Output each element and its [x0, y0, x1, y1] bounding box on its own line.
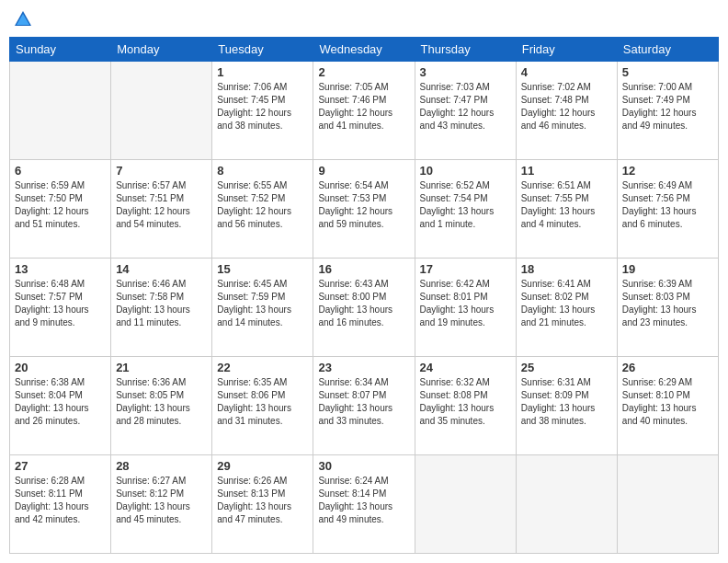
- weekday-header-thursday: Thursday: [415, 38, 516, 62]
- day-info: Sunrise: 6:49 AMSunset: 7:56 PMDaylight:…: [622, 179, 713, 231]
- calendar-cell: 15Sunrise: 6:45 AMSunset: 7:59 PMDayligh…: [212, 259, 313, 357]
- day-number: 3: [420, 65, 511, 79]
- calendar-cell: 27Sunrise: 6:28 AMSunset: 8:11 PMDayligh…: [10, 455, 111, 554]
- day-info: Sunrise: 6:39 AMSunset: 8:03 PMDaylight:…: [622, 278, 713, 329]
- calendar-cell: [111, 62, 212, 160]
- calendar-cell: 21Sunrise: 6:36 AMSunset: 8:05 PMDayligh…: [111, 357, 212, 455]
- calendar-cell: 25Sunrise: 6:31 AMSunset: 8:09 PMDayligh…: [516, 357, 617, 455]
- day-number: 25: [521, 361, 612, 374]
- calendar-cell: 11Sunrise: 6:51 AMSunset: 7:55 PMDayligh…: [516, 160, 617, 259]
- day-number: 18: [521, 262, 612, 276]
- day-number: 10: [420, 164, 511, 178]
- calendar-cell: 26Sunrise: 6:29 AMSunset: 8:10 PMDayligh…: [617, 357, 718, 455]
- calendar-cell: 22Sunrise: 6:35 AMSunset: 8:06 PMDayligh…: [212, 357, 313, 455]
- day-info: Sunrise: 7:02 AMSunset: 7:48 PMDaylight:…: [521, 81, 612, 132]
- weekday-header-tuesday: Tuesday: [212, 38, 313, 62]
- day-info: Sunrise: 7:03 AMSunset: 7:47 PMDaylight:…: [420, 81, 511, 132]
- calendar-cell: 20Sunrise: 6:38 AMSunset: 8:04 PMDayligh…: [10, 357, 111, 455]
- calendar-body: 1Sunrise: 7:06 AMSunset: 7:45 PMDaylight…: [10, 62, 719, 554]
- day-info: Sunrise: 6:28 AMSunset: 8:11 PMDaylight:…: [15, 475, 106, 526]
- calendar-cell: 6Sunrise: 6:59 AMSunset: 7:50 PMDaylight…: [10, 160, 111, 259]
- calendar-cell: 2Sunrise: 7:05 AMSunset: 7:46 PMDaylight…: [313, 62, 415, 160]
- calendar-cell: 10Sunrise: 6:52 AMSunset: 7:54 PMDayligh…: [415, 160, 516, 259]
- day-number: 2: [318, 65, 409, 79]
- day-number: 14: [116, 262, 207, 276]
- page: SundayMondayTuesdayWednesdayThursdayFrid…: [0, 0, 728, 563]
- day-info: Sunrise: 6:51 AMSunset: 7:55 PMDaylight:…: [521, 179, 612, 231]
- calendar-cell: 13Sunrise: 6:48 AMSunset: 7:57 PMDayligh…: [10, 259, 111, 357]
- day-number: 15: [217, 262, 308, 276]
- calendar-cell: 19Sunrise: 6:39 AMSunset: 8:03 PMDayligh…: [617, 259, 718, 357]
- day-number: 30: [318, 459, 409, 473]
- calendar-cell: 3Sunrise: 7:03 AMSunset: 7:47 PMDaylight…: [415, 62, 516, 160]
- day-info: Sunrise: 6:42 AMSunset: 8:01 PMDaylight:…: [420, 278, 511, 329]
- calendar-week-1: 1Sunrise: 7:06 AMSunset: 7:45 PMDaylight…: [10, 62, 719, 160]
- calendar-table: SundayMondayTuesdayWednesdayThursdayFrid…: [9, 37, 719, 554]
- day-number: 9: [318, 164, 409, 178]
- calendar-cell: 7Sunrise: 6:57 AMSunset: 7:51 PMDaylight…: [111, 160, 212, 259]
- day-info: Sunrise: 6:38 AMSunset: 8:04 PMDaylight:…: [15, 376, 106, 428]
- calendar-week-4: 20Sunrise: 6:38 AMSunset: 8:04 PMDayligh…: [10, 357, 719, 455]
- calendar-cell: 24Sunrise: 6:32 AMSunset: 8:08 PMDayligh…: [415, 357, 516, 455]
- calendar-cell: 30Sunrise: 6:24 AMSunset: 8:14 PMDayligh…: [313, 455, 415, 554]
- day-number: 27: [15, 459, 106, 473]
- calendar-cell: 16Sunrise: 6:43 AMSunset: 8:00 PMDayligh…: [313, 259, 415, 357]
- day-info: Sunrise: 6:41 AMSunset: 8:02 PMDaylight:…: [521, 278, 612, 329]
- day-info: Sunrise: 6:35 AMSunset: 8:06 PMDaylight:…: [217, 376, 308, 428]
- day-number: 12: [622, 164, 713, 178]
- day-info: Sunrise: 6:48 AMSunset: 7:57 PMDaylight:…: [15, 278, 106, 329]
- day-number: 22: [217, 361, 308, 374]
- weekday-header-monday: Monday: [111, 38, 212, 62]
- day-info: Sunrise: 6:36 AMSunset: 8:05 PMDaylight:…: [116, 376, 207, 428]
- day-info: Sunrise: 7:05 AMSunset: 7:46 PMDaylight:…: [318, 81, 409, 132]
- calendar-cell: 8Sunrise: 6:55 AMSunset: 7:52 PMDaylight…: [212, 160, 313, 259]
- day-number: 11: [521, 164, 612, 178]
- day-info: Sunrise: 6:29 AMSunset: 8:10 PMDaylight:…: [622, 376, 713, 428]
- day-info: Sunrise: 6:46 AMSunset: 7:58 PMDaylight:…: [116, 278, 207, 329]
- day-info: Sunrise: 6:45 AMSunset: 7:59 PMDaylight:…: [217, 278, 308, 329]
- day-number: 8: [217, 164, 308, 178]
- day-number: 20: [15, 361, 106, 374]
- day-number: 23: [318, 361, 409, 374]
- day-number: 28: [116, 459, 207, 473]
- day-info: Sunrise: 6:52 AMSunset: 7:54 PMDaylight:…: [420, 179, 511, 231]
- header: [9, 9, 719, 29]
- day-info: Sunrise: 7:06 AMSunset: 7:45 PMDaylight:…: [217, 81, 308, 132]
- logo-icon: [13, 9, 33, 29]
- day-number: 26: [622, 361, 713, 374]
- weekday-header-row: SundayMondayTuesdayWednesdayThursdayFrid…: [10, 38, 719, 62]
- day-info: Sunrise: 6:26 AMSunset: 8:13 PMDaylight:…: [217, 475, 308, 526]
- calendar-cell: 5Sunrise: 7:00 AMSunset: 7:49 PMDaylight…: [617, 62, 718, 160]
- day-info: Sunrise: 6:24 AMSunset: 8:14 PMDaylight:…: [318, 475, 409, 526]
- day-info: Sunrise: 6:34 AMSunset: 8:07 PMDaylight:…: [318, 376, 409, 428]
- calendar-cell: 14Sunrise: 6:46 AMSunset: 7:58 PMDayligh…: [111, 259, 212, 357]
- weekday-header-wednesday: Wednesday: [313, 38, 415, 62]
- calendar-cell: 17Sunrise: 6:42 AMSunset: 8:01 PMDayligh…: [415, 259, 516, 357]
- day-number: 1: [217, 65, 308, 79]
- day-number: 7: [116, 164, 207, 178]
- day-number: 21: [116, 361, 207, 374]
- day-number: 24: [420, 361, 511, 374]
- calendar-cell: 12Sunrise: 6:49 AMSunset: 7:56 PMDayligh…: [617, 160, 718, 259]
- day-info: Sunrise: 6:32 AMSunset: 8:08 PMDaylight:…: [420, 376, 511, 428]
- calendar-cell: [10, 62, 111, 160]
- calendar-cell: 23Sunrise: 6:34 AMSunset: 8:07 PMDayligh…: [313, 357, 415, 455]
- day-info: Sunrise: 6:54 AMSunset: 7:53 PMDaylight:…: [318, 179, 409, 231]
- day-number: 19: [622, 262, 713, 276]
- calendar-cell: 18Sunrise: 6:41 AMSunset: 8:02 PMDayligh…: [516, 259, 617, 357]
- calendar-cell: 29Sunrise: 6:26 AMSunset: 8:13 PMDayligh…: [212, 455, 313, 554]
- calendar-week-2: 6Sunrise: 6:59 AMSunset: 7:50 PMDaylight…: [10, 160, 719, 259]
- day-number: 16: [318, 262, 409, 276]
- logo: [13, 9, 37, 29]
- calendar-cell: [415, 455, 516, 554]
- day-number: 4: [521, 65, 612, 79]
- calendar-cell: 1Sunrise: 7:06 AMSunset: 7:45 PMDaylight…: [212, 62, 313, 160]
- calendar-cell: 28Sunrise: 6:27 AMSunset: 8:12 PMDayligh…: [111, 455, 212, 554]
- day-info: Sunrise: 6:31 AMSunset: 8:09 PMDaylight:…: [521, 376, 612, 428]
- day-info: Sunrise: 6:55 AMSunset: 7:52 PMDaylight:…: [217, 179, 308, 231]
- weekday-header-saturday: Saturday: [617, 38, 718, 62]
- day-info: Sunrise: 7:00 AMSunset: 7:49 PMDaylight:…: [622, 81, 713, 132]
- calendar-cell: [516, 455, 617, 554]
- day-info: Sunrise: 6:27 AMSunset: 8:12 PMDaylight:…: [116, 475, 207, 526]
- day-number: 13: [15, 262, 106, 276]
